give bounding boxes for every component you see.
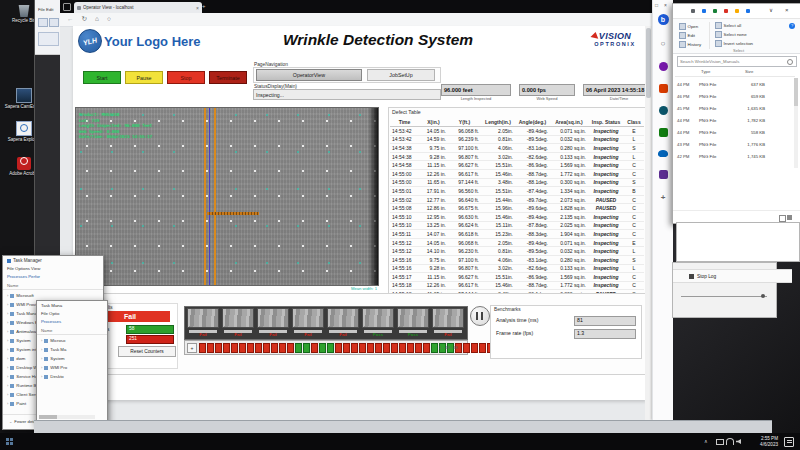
result-cell[interactable] xyxy=(471,343,478,353)
result-cell[interactable] xyxy=(343,343,350,353)
window-close-icon[interactable]: × xyxy=(785,7,789,13)
scrollbar-thumb[interactable] xyxy=(794,78,798,106)
result-cell[interactable] xyxy=(327,343,334,353)
result-cell[interactable] xyxy=(207,343,214,353)
result-cell[interactable] xyxy=(479,343,486,353)
file-row[interactable]: 45 PM PNG File 1,635 KB xyxy=(673,102,795,114)
expand-arrow-icon[interactable]: › xyxy=(7,293,8,298)
ribbon-button-icon[interactable] xyxy=(49,18,59,27)
defect-row[interactable]: 14:55:02 12.77 in. 96.640 ft. 15.44in. -… xyxy=(390,195,644,204)
start-button[interactable] xyxy=(6,438,13,445)
stop-log-bar[interactable]: Stop Log xyxy=(673,269,792,283)
toolbar-icon[interactable] xyxy=(735,9,739,13)
invert-selection-button[interactable]: Invert selection xyxy=(715,40,753,47)
reset-counters-button[interactable]: Reset Counters xyxy=(118,346,176,357)
expand-arrow-icon[interactable]: › xyxy=(7,311,8,316)
stop-button[interactable]: Stop xyxy=(167,71,205,84)
frame-cell[interactable]: Pass xyxy=(362,308,394,338)
home-icon[interactable]: ⌂ xyxy=(95,16,99,23)
file-row[interactable]: 44 PM PNG File 558 KB xyxy=(673,126,795,138)
defect-row[interactable]: 14:54:38 9.28 in. 96.807 ft. 3.02in. -82… xyxy=(390,152,644,161)
result-cell[interactable] xyxy=(255,343,262,353)
process-row[interactable]: › Microsoft xyxy=(3,291,103,300)
page-scrollbar[interactable] xyxy=(645,26,652,420)
defect-row[interactable]: 14:55:00 11.65 in. 97.144 ft. 3.48in. -8… xyxy=(390,178,644,187)
info-icon[interactable]: ○ xyxy=(107,16,111,23)
expand-arrow-icon[interactable]: › xyxy=(7,401,8,406)
defect-row[interactable]: 14:55:10 12.95 in. 96.630 ft. 15.46in. -… xyxy=(390,212,644,221)
file-row[interactable]: 44 PM PNG File 1,782 KB xyxy=(673,114,795,126)
name-column-header[interactable]: Name xyxy=(41,328,52,333)
frame-cell[interactable]: Fail xyxy=(257,308,289,338)
log-slider-track[interactable] xyxy=(681,296,767,297)
file-row[interactable]: 46 PM PNG File 659 KB xyxy=(673,90,795,102)
expand-arrow-icon[interactable]: › xyxy=(7,338,8,343)
result-cell[interactable] xyxy=(463,343,470,353)
history-button[interactable]: History xyxy=(679,41,701,48)
process-row[interactable]: › Deskto xyxy=(37,372,107,381)
expand-arrow-icon[interactable]: › xyxy=(7,320,8,325)
select-all-button[interactable]: Select all xyxy=(715,22,741,29)
terminate-button[interactable]: Terminate xyxy=(209,71,247,84)
frame-cell[interactable]: Fail xyxy=(187,308,219,338)
expand-arrow-icon[interactable]: › xyxy=(41,347,42,352)
copilot-icon[interactable] xyxy=(659,62,668,71)
new-tab-icon[interactable]: + xyxy=(202,3,206,9)
expand-arrow-icon[interactable]: › xyxy=(41,356,42,361)
background-window-menu[interactable]: File Edit xyxy=(38,7,54,12)
defect-row[interactable]: 14:55:00 12.26 in. 96.617 ft. 15.46in. -… xyxy=(390,169,644,178)
result-cell[interactable] xyxy=(375,343,382,353)
expand-arrow-icon[interactable]: › xyxy=(7,302,8,307)
expand-arrow-icon[interactable]: › xyxy=(7,392,8,397)
select-none-button[interactable]: Select none xyxy=(715,31,747,38)
process-row[interactable]: › Microso xyxy=(37,336,107,345)
result-cell[interactable] xyxy=(231,343,238,353)
open-button[interactable]: Open xyxy=(679,23,698,30)
clipboard-group[interactable] xyxy=(38,32,59,46)
thumbnail-view-icon[interactable] xyxy=(787,215,792,220)
expand-arrow-icon[interactable]: › xyxy=(41,365,42,370)
contacts-icon[interactable] xyxy=(659,106,668,115)
result-cell[interactable] xyxy=(423,343,430,353)
name-column-header[interactable]: Name xyxy=(7,283,18,288)
expand-arrow-icon[interactable]: › xyxy=(41,338,42,343)
expand-arrow-icon[interactable]: › xyxy=(41,374,42,379)
result-cell[interactable] xyxy=(319,343,326,353)
explorer-search-box[interactable]: Search WrinkleVision_Manuals xyxy=(677,56,797,67)
result-cell[interactable] xyxy=(359,343,366,353)
task-manager-menu[interactable]: File Optio xyxy=(41,311,59,316)
result-cell[interactable] xyxy=(287,343,294,353)
result-cell[interactable] xyxy=(335,343,342,353)
shopping-icon[interactable] xyxy=(659,84,668,93)
result-cell[interactable] xyxy=(391,343,398,353)
expand-arrow-icon[interactable]: › xyxy=(7,383,8,388)
list-view-icon[interactable] xyxy=(779,215,786,222)
window-close-icon[interactable]: × xyxy=(664,2,667,8)
tab-close-icon[interactable]: × xyxy=(196,5,199,11)
start-button[interactable]: Start xyxy=(83,71,121,84)
window-expand-icon[interactable]: ∨ xyxy=(769,7,773,13)
pause-button[interactable]: Pause xyxy=(125,71,163,84)
toolbar-icon[interactable] xyxy=(746,9,750,13)
help-icon[interactable]: ? xyxy=(789,23,795,29)
clock[interactable]: 2:55 PM 4/6/2023 xyxy=(746,436,778,447)
games-icon[interactable] xyxy=(659,128,668,137)
result-cell[interactable] xyxy=(311,343,318,353)
file-row[interactable]: 44 PM PNG File 637 KB xyxy=(673,78,795,90)
result-cell[interactable] xyxy=(351,343,358,353)
result-cell[interactable] xyxy=(303,343,310,353)
search-input[interactable]: Search WrinkleVision_Manuals xyxy=(678,59,787,64)
expand-arrow-icon[interactable]: › xyxy=(7,347,8,352)
office-icon[interactable] xyxy=(659,170,668,179)
frame-cell[interactable]: Fail xyxy=(292,308,324,338)
defect-row[interactable]: 14:54:58 11.15 in. 96.627 ft. 15.51in. -… xyxy=(390,161,644,170)
task-manager-tabs[interactable]: Processes xyxy=(41,319,61,324)
expand-arrow-icon[interactable]: › xyxy=(7,365,8,370)
toolbar-icon[interactable] xyxy=(713,9,717,13)
notification-center-icon[interactable] xyxy=(784,437,794,447)
column-header-size[interactable]: Size xyxy=(745,69,753,74)
result-cell[interactable] xyxy=(239,343,246,353)
toolbar-icon[interactable] xyxy=(702,9,706,13)
result-cell[interactable] xyxy=(215,343,222,353)
grid-pause-button[interactable] xyxy=(470,306,490,326)
